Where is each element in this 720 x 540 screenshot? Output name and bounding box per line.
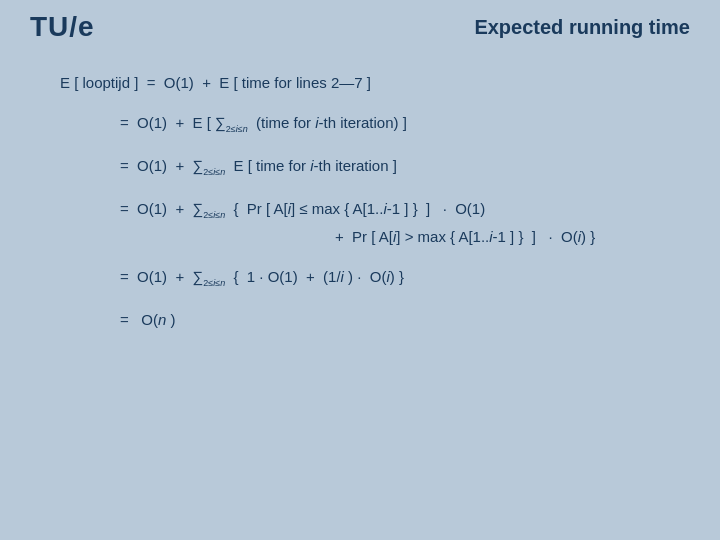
page-title: Expected running time (474, 16, 690, 39)
content-area: E [ looptijd ] = O(1) + E [ time for lin… (0, 54, 720, 371)
eq1-text: E [ looptijd ] = O(1) + E [ time for lin… (60, 74, 371, 92)
eq3-text: = O(1) + ∑2≤i≤n E [ time for i-th iterat… (120, 157, 397, 178)
eq4a-text: = O(1) + ∑2≤i≤n { Pr [ A[i] ≤ max { A[1.… (120, 200, 485, 221)
eq6-text: = O(n ) (120, 311, 175, 329)
eq5-text: = O(1) + ∑2≤i≤n { 1 · O(1) + (1/i ) · O(… (120, 268, 404, 289)
equation-line-4b: + Pr [ A[i] > max { A[1..i-1 ] } ] · O(i… (335, 228, 660, 246)
equation-line-3: = O(1) + ∑2≤i≤n E [ time for i-th iterat… (120, 157, 660, 178)
eq2-text: = O(1) + E [ ∑2≤i≤n (time for i-th itera… (120, 114, 407, 135)
equation-line-2: = O(1) + E [ ∑2≤i≤n (time for i-th itera… (120, 114, 660, 135)
equation-line-6: = O(n ) (120, 311, 660, 329)
equation-line-5: = O(1) + ∑2≤i≤n { 1 · O(1) + (1/i ) · O(… (120, 268, 660, 289)
eq4b-text: + Pr [ A[i] > max { A[1..i-1 ] } ] · O(i… (335, 228, 595, 246)
logo: TU/e (30, 11, 95, 43)
equation-line-1: E [ looptijd ] = O(1) + E [ time for lin… (60, 74, 660, 92)
equation-line-4a: = O(1) + ∑2≤i≤n { Pr [ A[i] ≤ max { A[1.… (120, 200, 660, 221)
header: TU/e Expected running time (0, 0, 720, 54)
